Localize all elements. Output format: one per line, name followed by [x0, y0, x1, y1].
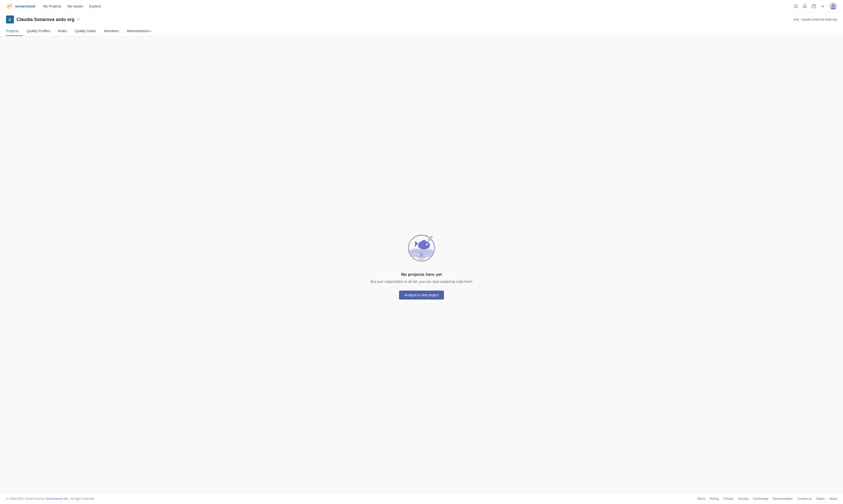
subnav-administration[interactable]: Administration: [123, 26, 155, 36]
sub-navigation: Projects Quality Profiles Rules Quality …: [6, 26, 837, 36]
footer-link-terms[interactable]: Terms: [697, 497, 705, 501]
logo-text: sonarcloud: [15, 4, 35, 8]
nav-my-projects[interactable]: My Projects: [43, 4, 61, 8]
svg-point-0: [6, 3, 13, 9]
footer-copyright: © 2008-2023, SonarCloud by SonarSource S…: [6, 497, 95, 501]
svg-point-17: [427, 244, 428, 245]
footer-link-about[interactable]: About: [829, 497, 837, 501]
subnav-quality-profiles[interactable]: Quality Profiles: [23, 26, 54, 36]
help-icon: [811, 4, 816, 8]
company-link[interactable]: SonarSource SA: [46, 497, 68, 501]
page-footer: © 2008-2023, SonarCloud by SonarSource S…: [0, 493, 843, 504]
subnav-members[interactable]: Members: [100, 26, 123, 36]
analyze-new-project-button[interactable]: Analyze a new project: [399, 291, 444, 300]
nav-right-actions: [793, 2, 837, 10]
bell-icon: [803, 4, 807, 8]
main-nav-links: My Projects My Issues Explore: [43, 4, 786, 8]
svg-marker-14: [415, 241, 418, 247]
footer-links: Terms Pricing Privacy Security Community…: [697, 497, 837, 501]
org-avatar: C: [6, 16, 14, 23]
user-avatar[interactable]: [829, 2, 837, 10]
footer-link-contact[interactable]: Contact us: [797, 497, 811, 501]
svg-point-1: [794, 4, 797, 7]
main-content: No projects here yet But your organizati…: [0, 36, 843, 493]
svg-point-19: [431, 236, 432, 238]
svg-point-16: [427, 244, 428, 245]
empty-state-subtitle: But your organization is all set, you ca…: [371, 280, 472, 284]
search-icon: [793, 4, 798, 8]
org-name: Claudia Sonarova azdo org: [17, 17, 74, 22]
footer-link-community[interactable]: Community: [753, 497, 768, 501]
footer-link-privacy[interactable]: Privacy: [723, 497, 733, 501]
avatar-icon: [830, 3, 837, 10]
footer-link-documentation[interactable]: Documentation: [773, 497, 793, 501]
help-button[interactable]: [811, 4, 816, 8]
svg-point-8: [832, 4, 835, 7]
empty-state-title: No projects here yet: [401, 272, 442, 277]
org-title-row: C Claudia Sonarova azdo org ↻ Key: claud…: [6, 16, 837, 23]
footer-link-security[interactable]: Security: [738, 497, 748, 501]
refresh-icon[interactable]: ↻: [77, 17, 80, 21]
search-button[interactable]: [793, 4, 798, 8]
org-header: C Claudia Sonarova azdo org ↻ Key: claud…: [0, 13, 843, 36]
logo-link[interactable]: sonarcloud: [6, 3, 35, 10]
empty-state-illustration: [404, 230, 439, 265]
top-navigation: sonarcloud My Projects My Issues Explore: [0, 0, 843, 13]
subnav-projects[interactable]: Projects: [6, 26, 23, 36]
notifications-button[interactable]: [803, 4, 807, 8]
plus-icon: [821, 4, 825, 8]
add-button[interactable]: [821, 4, 825, 8]
svg-point-13: [418, 241, 430, 249]
nav-my-issues[interactable]: My Issues: [68, 4, 83, 8]
subnav-rules[interactable]: Rules: [54, 26, 71, 36]
svg-line-2: [796, 7, 797, 8]
footer-link-pricing[interactable]: Pricing: [710, 497, 719, 501]
org-key: Key: claudia-sonarova-azdo-org: [793, 18, 837, 21]
subnav-quality-gates[interactable]: Quality Gates: [71, 26, 101, 36]
nav-explore[interactable]: Explore: [89, 4, 101, 8]
svg-point-18: [428, 239, 430, 241]
sonarcloud-logo-icon: [6, 3, 13, 10]
footer-link-status[interactable]: Status: [816, 497, 825, 501]
